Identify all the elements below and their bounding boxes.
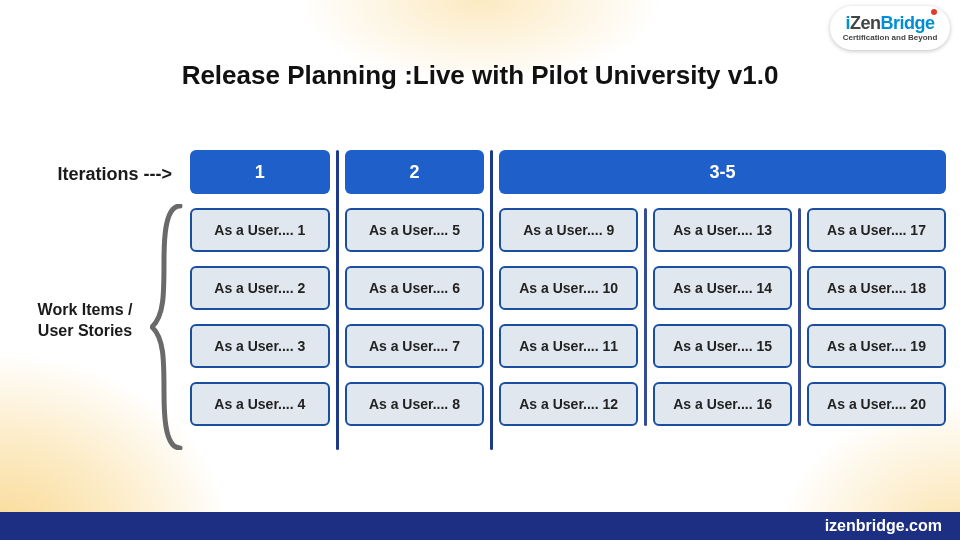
column-separator xyxy=(490,150,493,450)
brand-name: iZenBridge xyxy=(845,14,934,32)
user-story-card: As a User.... 2 xyxy=(190,266,330,310)
user-story-card: As a User.... 14 xyxy=(653,266,792,310)
user-story-card: As a User.... 3 xyxy=(190,324,330,368)
work-items-line2: User Stories xyxy=(38,322,132,339)
iteration-header: 2 xyxy=(345,150,485,194)
user-story-card: As a User.... 7 xyxy=(345,324,485,368)
iteration-subcolumn: As a User.... 9 As a User.... 10 As a Us… xyxy=(499,208,638,426)
work-items-line1: Work Items / xyxy=(38,301,133,318)
brand-name-zen: Zen xyxy=(850,13,881,33)
user-story-card: As a User.... 18 xyxy=(807,266,946,310)
user-story-card: As a User.... 1 xyxy=(190,208,330,252)
user-story-card: As a User.... 4 xyxy=(190,382,330,426)
iteration-header: 1 xyxy=(190,150,330,194)
iteration-header: 3-5 xyxy=(499,150,946,194)
user-story-card: As a User.... 11 xyxy=(499,324,638,368)
user-story-card: As a User.... 17 xyxy=(807,208,946,252)
release-plan-diagram: Iterations ---> Work Items / User Storie… xyxy=(20,150,946,450)
user-story-card: As a User.... 10 xyxy=(499,266,638,310)
footer-bar: izenbridge.com xyxy=(0,512,960,540)
iteration-group-3-5: 3-5 As a User.... 9 As a User.... 10 As … xyxy=(499,150,946,450)
user-story-card: As a User.... 20 xyxy=(807,382,946,426)
page-title: Release Planning :Live with Pilot Univer… xyxy=(0,60,960,91)
user-story-card: As a User.... 12 xyxy=(499,382,638,426)
user-story-card: As a User.... 8 xyxy=(345,382,485,426)
work-items-label: Work Items / User Stories xyxy=(20,300,150,342)
user-story-card: As a User.... 15 xyxy=(653,324,792,368)
iterations-label: Iterations ---> xyxy=(20,164,172,185)
user-story-card: As a User.... 6 xyxy=(345,266,485,310)
curly-brace-icon xyxy=(150,204,186,450)
group-columns: As a User.... 9 As a User.... 10 As a Us… xyxy=(499,208,946,426)
user-story-card: As a User.... 19 xyxy=(807,324,946,368)
brand-dot-icon xyxy=(931,9,937,15)
row-labels: Iterations ---> Work Items / User Storie… xyxy=(20,150,180,450)
iteration-column-1: 1 As a User.... 1 As a User.... 2 As a U… xyxy=(190,150,330,450)
brand-logo: iZenBridge Certification and Beyond xyxy=(830,6,950,50)
column-separator xyxy=(644,208,647,426)
footer-url: izenbridge.com xyxy=(825,517,942,535)
user-story-card: As a User.... 5 xyxy=(345,208,485,252)
brand-tagline: Certification and Beyond xyxy=(843,34,938,42)
user-story-card: As a User.... 9 xyxy=(499,208,638,252)
user-story-card: As a User.... 13 xyxy=(653,208,792,252)
user-story-card: As a User.... 16 xyxy=(653,382,792,426)
iteration-board: 1 As a User.... 1 As a User.... 2 As a U… xyxy=(190,150,946,450)
column-separator xyxy=(798,208,801,426)
column-separator xyxy=(336,150,339,450)
iteration-subcolumn: As a User.... 13 As a User.... 14 As a U… xyxy=(653,208,792,426)
iteration-column-2: 2 As a User.... 5 As a User.... 6 As a U… xyxy=(345,150,485,450)
iteration-subcolumn: As a User.... 17 As a User.... 18 As a U… xyxy=(807,208,946,426)
brand-name-bridge: Bridge xyxy=(881,13,935,33)
